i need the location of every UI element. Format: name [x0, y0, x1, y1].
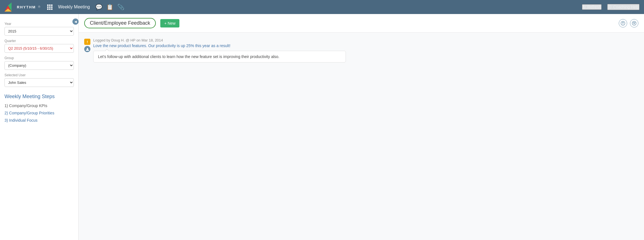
feedback-body: Logged by Doug H. @ HP on Mar 18, 2014 L… — [93, 38, 638, 63]
selected-user-select[interactable]: John Sales — [4, 78, 74, 87]
quarter-select[interactable]: Q2 2015 (5/10/15 - 6/30/15) — [4, 44, 74, 53]
grid-icon[interactable] — [47, 4, 52, 10]
nav-right: ↻ Refresh ⓪ Coaching Help — [582, 4, 640, 10]
feedback-meta: Logged by Doug H. @ HP on Mar 18, 2014 — [93, 38, 638, 42]
content-header: Client/Employee Feedback + New — [79, 14, 644, 33]
new-button[interactable]: + New — [160, 19, 179, 27]
logo: RHYTHM ® — [4, 2, 40, 12]
group-select[interactable]: (Company) — [4, 61, 74, 70]
meeting-title[interactable]: Weekly Meeting — [58, 4, 90, 10]
nav-icons: 💬 📋 📎 — [95, 4, 124, 10]
step-2[interactable]: 2) Company/Group Priorities — [4, 111, 74, 115]
feedback-section: ! Logged by Doug H. @ HP on Mar 18, 2014… — [79, 33, 644, 73]
coaching-help-button[interactable]: ⓪ Coaching Help — [607, 4, 640, 10]
content-area: Client/Employee Feedback + New — [79, 14, 644, 240]
header-right-icons — [619, 19, 638, 27]
coaching-help-icon: ⓪ — [608, 4, 612, 10]
quarter-label: Quarter — [4, 39, 74, 43]
refresh-button[interactable]: ↻ Refresh — [582, 4, 602, 10]
svg-point-5 — [87, 48, 88, 49]
feedback-icons: ! — [84, 38, 90, 63]
refresh-icon: ↻ — [583, 5, 586, 9]
year-label: Year — [4, 22, 74, 26]
group-label: Group — [4, 56, 74, 60]
clipboard-icon[interactable]: 📋 — [106, 4, 113, 10]
feedback-text: Love the new product features. Our produ… — [93, 43, 638, 48]
attachment-icon[interactable]: 📎 — [117, 4, 124, 10]
main-layout: ◀ Year 2015 Quarter Q2 2015 (5/10/15 - 6… — [0, 14, 644, 240]
step-1[interactable]: 1) Company/Group KPIs — [4, 103, 74, 108]
year-select[interactable]: 2015 — [4, 27, 74, 36]
alert-icon: ! — [84, 39, 90, 45]
section-title: Client/Employee Feedback — [84, 18, 156, 28]
sort-icon[interactable] — [619, 19, 627, 27]
filter-icon[interactable] — [630, 19, 638, 27]
step-3[interactable]: 3) Individual Focus — [4, 118, 74, 123]
feedback-note-bubble: Let's follow-up with additional clients … — [93, 51, 346, 63]
app-name: RHYTHM — [17, 5, 36, 9]
feedback-item: ! Logged by Doug H. @ HP on Mar 18, 2014… — [84, 38, 638, 63]
sidebar-collapse-button[interactable]: ◀ — [72, 19, 79, 25]
weekly-steps-title: Weekly Meeting Steps — [4, 94, 74, 100]
top-nav: RHYTHM ® Weekly Meeting 💬 📋 📎 ↻ Refresh … — [0, 0, 644, 14]
selected-user-label: Selected User — [4, 73, 74, 77]
sidebar: ◀ Year 2015 Quarter Q2 2015 (5/10/15 - 6… — [0, 14, 79, 240]
chat-icon[interactable]: 💬 — [95, 4, 102, 10]
user-avatar-icon — [84, 46, 90, 52]
